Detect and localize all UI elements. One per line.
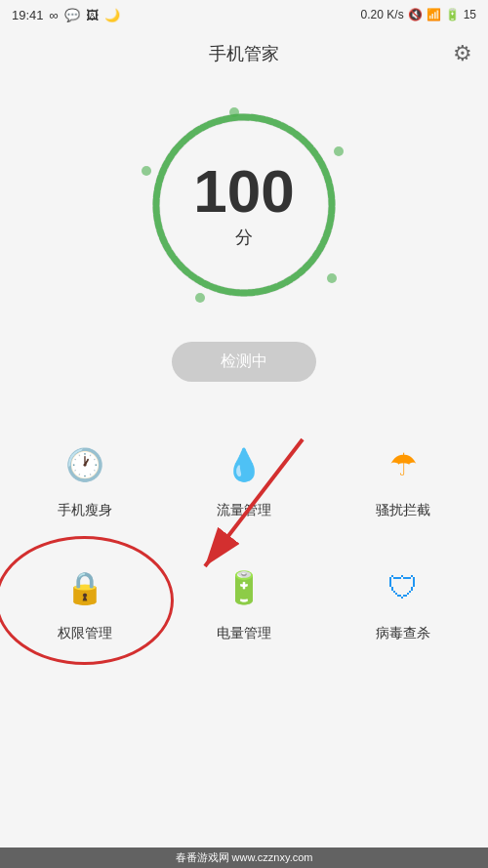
status-bar: 19:41 ∞ 💬 🖼 🌙 0.20 K/s 🔇 📶 🔋 15 [0,0,488,29]
battery-icon: 🔋 [445,8,460,21]
score-circle: 100 分 [137,98,351,312]
permission-icon: 🔒 [65,569,104,606]
permission-label: 权限管理 [58,625,112,642]
menu-item-flow[interactable]: 💧 流量管理 [169,421,318,534]
battery-mgmt-icon-circle: 🔋 [215,558,273,617]
slim-label: 手机瘦身 [58,502,112,519]
page-title: 手机管家 [209,42,279,65]
flow-icon: 💧 [224,446,264,483]
dot-bottom-left [195,293,205,303]
watermark: 春番游戏网 www.czznxy.com [0,847,488,868]
menu-item-battery[interactable]: 🔋 电量管理 [169,544,318,657]
virus-icon: 🛡 [387,570,419,606]
slim-icon: 🕐 [65,446,104,483]
score-display: 100 分 [193,161,294,249]
feature-grid: 🕐 手机瘦身 💧 流量管理 ☂ 骚扰拦截 🔒 权限管理 🔋 电量管理 🛡 [0,421,488,657]
menu-item-slim[interactable]: 🕐 手机瘦身 [10,421,159,534]
slim-icon-circle: 🕐 [56,435,114,494]
flow-icon-circle: 💧 [215,435,273,494]
menu-item-permission[interactable]: 🔒 权限管理 [10,544,159,657]
dot-right-bottom [327,273,337,283]
block-icon: ☂ [389,446,418,483]
image-icon: 🖼 [86,8,99,22]
battery-label: 电量管理 [217,625,271,642]
battery-level: 15 [464,8,476,21]
score-value: 100 [193,161,294,222]
app-header: 手机管家 ⚙ [0,29,488,78]
signal-bars-icon: 📶 [427,8,441,21]
menu-item-virus[interactable]: 🛡 病毒查杀 [329,544,478,657]
detect-button-area: 检测中 [0,342,488,382]
watermark-text: 春番游戏网 www.czznxy.com [176,851,313,863]
block-icon-circle: ☂ [374,435,432,494]
status-left: 19:41 ∞ 💬 🖼 🌙 [12,8,120,22]
block-label: 骚扰拦截 [376,502,430,519]
score-area: 100 分 [0,98,488,312]
status-right: 0.20 K/s 🔇 📶 🔋 15 [361,8,476,21]
chat-icon: 💬 [64,8,80,22]
virus-icon-circle: 🛡 [374,558,432,617]
dot-right-top [334,146,344,156]
moon-icon: 🌙 [104,8,120,22]
network-speed: 0.20 K/s [361,8,404,21]
permission-icon-circle: 🔒 [56,558,114,617]
score-unit: 分 [235,226,253,249]
detect-button[interactable]: 检测中 [172,342,316,382]
battery-mgmt-icon: 🔋 [224,569,264,606]
dot-top [229,107,239,117]
settings-button[interactable]: ⚙ [453,41,472,66]
signal-icon: ∞ [50,8,59,22]
virus-label: 病毒查杀 [376,625,430,642]
dot-left [142,166,151,176]
time: 19:41 [12,8,44,22]
menu-item-block[interactable]: ☂ 骚扰拦截 [329,421,478,534]
flow-label: 流量管理 [217,502,271,519]
volume-icon: 🔇 [408,8,423,21]
